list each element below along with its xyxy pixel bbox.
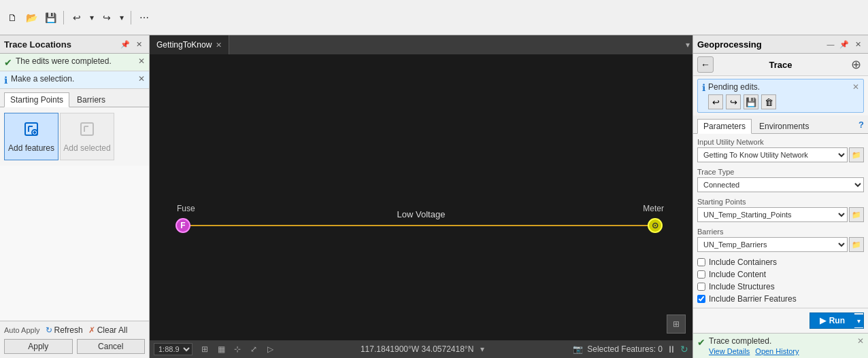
gp-run-dropdown-btn[interactable]: ▾ xyxy=(854,315,863,327)
starting-points-select[interactable]: UN_Temp_Starting_Points xyxy=(697,207,848,222)
gp-run-main-btn[interactable]: ▶ Run xyxy=(810,313,854,328)
map-area: GettingToKnow ✕ ▾ Fuse Meter Low Voltage… xyxy=(150,35,692,358)
fuse-node-symbol: F xyxy=(180,221,185,230)
grid-btn[interactable]: ▦ xyxy=(214,343,228,355)
gp-tab-parameters[interactable]: Parameters xyxy=(697,119,752,134)
pending-text-area: Pending edits. ↩ ↪ 💾 🗑 xyxy=(708,82,850,109)
save-btn[interactable]: 💾 xyxy=(42,10,59,26)
new-btn[interactable]: 🗋 xyxy=(4,10,20,26)
statusbar-coord: 117.1841900°W 34.0572418°N ▾ xyxy=(282,343,567,355)
redo-dropdown[interactable]: ▾ xyxy=(118,11,126,24)
include-structures-label: Include Structures xyxy=(709,282,775,291)
pan-btn[interactable]: ⊞ xyxy=(198,343,212,355)
toolbar-sep1 xyxy=(63,11,64,24)
coord-dropdown-btn[interactable]: ▾ xyxy=(475,343,489,355)
input-network-select[interactable]: Getting To Know Utility Network xyxy=(697,147,848,162)
toolbar-sep2 xyxy=(131,11,131,24)
undo-btn[interactable]: ↩ xyxy=(69,10,85,26)
checkbox-row-0: Include Containers xyxy=(697,257,864,267)
map-tabs-dropdown-btn[interactable]: ▾ xyxy=(686,40,690,50)
panel-footer: Auto Apply ↻ Refresh ✗ Clear All Apply C… xyxy=(0,321,149,358)
starting-points-row: UN_Temp_Starting_Points 📁 xyxy=(697,207,864,222)
barriers-select[interactable]: UN_Temp_Barriers xyxy=(697,237,848,252)
success-close-btn[interactable]: ✕ xyxy=(138,56,145,66)
add-selected-btn[interactable]: Add selected xyxy=(60,113,114,160)
cancel-btn[interactable]: Cancel xyxy=(77,339,146,354)
view-details-btn[interactable]: View Details xyxy=(709,347,750,355)
fuse-node[interactable]: F xyxy=(176,218,190,233)
input-network-folder-btn[interactable]: 📁 xyxy=(849,147,864,162)
gp-help-btn[interactable]: ? xyxy=(858,118,864,133)
statusbar-right: 📷 Selected Features: 0 ⏸ ↻ xyxy=(573,344,688,355)
gp-run-area: ▶ Run ▾ xyxy=(693,308,868,333)
gp-tab-environments[interactable]: Environments xyxy=(753,118,815,133)
gp-close-btn[interactable]: ✕ xyxy=(852,38,864,50)
include-barrier-features-checkbox[interactable] xyxy=(697,295,705,303)
gp-add-btn[interactable]: ⊕ xyxy=(848,56,864,73)
trace-type-label: Trace Type xyxy=(697,168,864,176)
panel-footer-row1: Auto Apply ↻ Refresh ✗ Clear All xyxy=(4,325,145,335)
include-structures-checkbox[interactable] xyxy=(697,283,705,291)
add-features-btn[interactable]: Add features xyxy=(4,113,59,160)
right-header-icons: — 📌 ✕ xyxy=(824,38,864,50)
pending-save-btn[interactable]: 💾 xyxy=(744,94,758,109)
open-history-btn[interactable]: Open History xyxy=(755,347,799,355)
zoom-btn[interactable]: ⤢ xyxy=(247,343,261,355)
include-content-checkbox[interactable] xyxy=(697,270,705,279)
undo-dropdown[interactable]: ▾ xyxy=(88,11,96,24)
starting-points-label: Starting Points xyxy=(697,198,864,206)
gp-minimize-btn[interactable]: — xyxy=(824,38,837,50)
include-containers-checkbox[interactable] xyxy=(697,258,705,266)
info-close-btn[interactable]: ✕ xyxy=(138,74,145,84)
input-network-group: Input Utility Network Getting To Know Ut… xyxy=(697,138,864,162)
panel-close-btn[interactable]: ✕ xyxy=(133,38,145,50)
pause-btn[interactable]: ⏸ xyxy=(667,344,676,355)
input-network-row: Getting To Know Utility Network 📁 xyxy=(697,147,864,162)
pending-undo-btn[interactable]: ↩ xyxy=(708,94,723,109)
gp-tool-title: Trace xyxy=(716,60,845,70)
open-btn[interactable]: 📂 xyxy=(23,10,39,26)
add-features-icon xyxy=(23,121,39,141)
map-tab-close-btn[interactable]: ✕ xyxy=(216,41,222,50)
success-message: ✔ The edits were completed. ✕ xyxy=(0,54,149,71)
statusbar-tools: ⊞ ▦ ⊹ ⤢ ▷ xyxy=(198,343,277,355)
run-play-icon: ▶ xyxy=(820,316,826,325)
gp-pin-btn[interactable]: 📌 xyxy=(838,38,850,50)
info-text: Make a selection. xyxy=(11,74,135,85)
trace-type-select[interactable]: Connected xyxy=(697,177,864,192)
select-btn[interactable]: ⊹ xyxy=(231,343,244,355)
redo-btn[interactable]: ↪ xyxy=(99,10,115,26)
tab-starting-points[interactable]: Starting Points xyxy=(4,92,69,107)
gp-params: Input Utility Network Getting To Know Ut… xyxy=(693,134,868,308)
more-btn[interactable]: ⋯ xyxy=(136,10,152,26)
statusbar-refresh-btn[interactable]: ↻ xyxy=(680,344,688,355)
nav-btn[interactable]: ▷ xyxy=(263,343,277,355)
map-tab-getting-to-know[interactable]: GettingToKnow ✕ xyxy=(150,35,229,54)
pending-redo-btn[interactable]: ↪ xyxy=(726,94,741,109)
starting-points-group: Starting Points UN_Temp_Starting_Points … xyxy=(697,198,864,222)
gp-status-icon: ✔ xyxy=(697,337,705,348)
apply-btn[interactable]: Apply xyxy=(4,339,73,354)
meter-node[interactable]: ⊙ xyxy=(648,218,663,233)
gp-status-text-area: Trace completed. View Details Open Histo… xyxy=(709,336,854,355)
statusbar-scale: 1:88.9 xyxy=(154,343,193,355)
map-canvas[interactable]: Fuse Meter Low Voltage F ⊙ ⊞ xyxy=(150,54,692,340)
gp-status-close-btn[interactable]: ✕ xyxy=(857,336,864,346)
clear-all-btn[interactable]: ✗ Clear All xyxy=(88,325,128,335)
gp-toolbar: ← Trace ⊕ xyxy=(693,54,868,76)
map-bottom-icon[interactable]: ⊞ xyxy=(667,315,686,334)
starting-points-folder-btn[interactable]: 📁 xyxy=(849,207,864,222)
scale-select[interactable]: 1:88.9 xyxy=(154,343,193,355)
geoprocessing-title: Geoprocessing xyxy=(697,39,762,50)
barriers-folder-btn[interactable]: 📁 xyxy=(849,237,864,252)
pending-banner: ℹ Pending edits. ↩ ↪ 💾 🗑 ✕ xyxy=(697,79,864,113)
panel-pin-btn[interactable]: 📌 xyxy=(119,38,131,50)
refresh-icon: ↻ xyxy=(46,325,52,335)
checkbox-row-1: Include Content xyxy=(697,270,864,279)
pending-discard-btn[interactable]: 🗑 xyxy=(761,94,776,109)
pending-close-btn[interactable]: ✕ xyxy=(852,82,859,92)
coord-text: 117.1841900°W 34.0572418°N xyxy=(361,344,473,354)
gp-back-btn[interactable]: ← xyxy=(697,56,714,73)
tab-barriers[interactable]: Barriers xyxy=(71,92,112,107)
refresh-btn[interactable]: ↻ Refresh xyxy=(46,325,83,335)
